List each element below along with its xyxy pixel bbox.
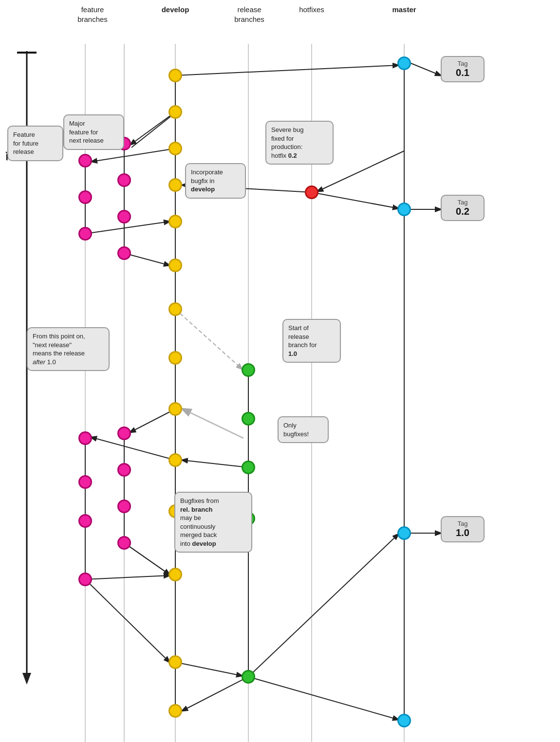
svg-line-45 xyxy=(124,253,169,265)
svg-line-53 xyxy=(182,460,248,467)
svg-line-62 xyxy=(91,437,175,460)
start-release-callout: Start ofreleasebranch for1.0 xyxy=(282,319,341,363)
feature2-node-6 xyxy=(117,463,131,477)
master-node-4 xyxy=(397,714,411,727)
feature1-node-2 xyxy=(78,190,92,204)
from-this-point-callout: From this point on,"next release"means t… xyxy=(27,327,110,371)
feature-future-callout: Featurefor futurerelease xyxy=(7,126,63,161)
svg-line-50 xyxy=(175,309,242,369)
feature-branches-header: feature branches xyxy=(68,5,117,24)
develop-node-10 xyxy=(168,453,182,467)
svg-line-61 xyxy=(130,409,175,432)
develop-node-2 xyxy=(168,105,182,119)
feature1-node-6 xyxy=(78,514,92,528)
develop-node-3 xyxy=(168,142,182,155)
develop-node-12 xyxy=(168,568,182,581)
svg-line-41 xyxy=(92,148,175,162)
svg-line-60 xyxy=(248,677,398,720)
bugfixes-from-rel-callout: Bugfixes fromrel. branchmay becontinuous… xyxy=(174,492,252,553)
develop-node-8 xyxy=(168,351,182,365)
feature1-node-7 xyxy=(78,573,92,586)
svg-line-58 xyxy=(175,662,242,676)
svg-line-43 xyxy=(131,112,176,148)
only-bugfixes-callout: Onlybugfixes! xyxy=(278,416,329,443)
release-branches-header: releasebranches xyxy=(225,5,274,24)
release-node-3 xyxy=(242,461,255,474)
svg-line-59 xyxy=(182,677,248,711)
tag-02: Tag 0.2 xyxy=(441,195,485,221)
feature2-node-3 xyxy=(117,210,131,223)
incorporate-bugfix-callout: Incorporatebugfix indevelop xyxy=(185,163,246,199)
develop-header: develop xyxy=(156,5,195,15)
feature1-node-1 xyxy=(78,154,92,167)
release-node-5 xyxy=(242,670,255,684)
develop-node-7 xyxy=(168,302,182,316)
hotfixes-header: hotfixes xyxy=(292,5,331,15)
feature2-node-2 xyxy=(117,173,131,187)
develop-node-1 xyxy=(168,69,182,82)
release-node-2 xyxy=(242,412,255,426)
svg-line-39 xyxy=(175,65,398,75)
svg-line-44 xyxy=(85,222,169,234)
feature2-node-5 xyxy=(117,427,131,440)
major-feature-callout: Majorfeature fornext release xyxy=(63,114,124,150)
svg-line-51 xyxy=(183,409,243,438)
svg-line-63 xyxy=(85,575,169,579)
develop-node-5 xyxy=(168,215,182,228)
svg-line-64 xyxy=(124,543,169,575)
feature1-node-5 xyxy=(78,475,92,489)
feature1-node-4 xyxy=(78,431,92,445)
master-node-1 xyxy=(397,56,411,70)
git-flow-diagram: feature branches develop releasebranches… xyxy=(0,0,560,742)
svg-line-40 xyxy=(411,63,441,75)
develop-node-4 xyxy=(168,178,182,192)
develop-node-6 xyxy=(168,259,182,272)
master-node-3 xyxy=(397,526,411,540)
feature1-node-3 xyxy=(78,227,92,241)
release-node-1 xyxy=(242,363,255,377)
feature2-node-4 xyxy=(117,246,131,260)
develop-node-13 xyxy=(168,655,182,669)
master-header: master xyxy=(385,5,424,15)
hotfix-node-1 xyxy=(305,186,318,199)
develop-node-9 xyxy=(168,402,182,416)
svg-line-42 xyxy=(131,112,175,145)
master-node-2 xyxy=(397,203,411,216)
svg-line-54 xyxy=(248,534,398,677)
tag-01: Tag 0.1 xyxy=(441,56,485,82)
develop-node-14 xyxy=(168,704,182,718)
tag-10: Tag 1.0 xyxy=(441,516,485,542)
svg-line-57 xyxy=(124,543,169,575)
svg-line-56 xyxy=(85,579,169,662)
severe-bug-callout: Severe bugfixed forproduction:hotfix 0.2 xyxy=(265,121,334,165)
feature2-node-8 xyxy=(117,536,131,550)
svg-line-47 xyxy=(312,192,398,208)
feature2-node-7 xyxy=(117,500,131,513)
